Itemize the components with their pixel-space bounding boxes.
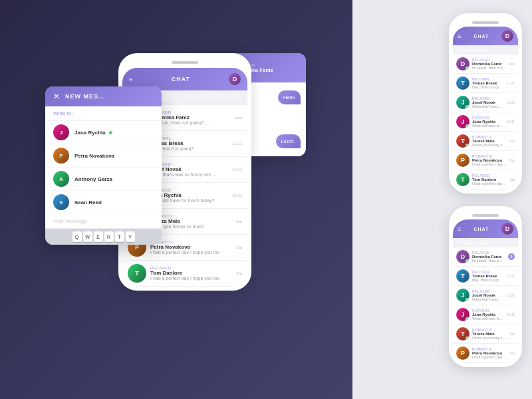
contact-avatar: S — [53, 194, 69, 210]
list-item[interactable]: D RELAXED Dominika Faniz Hi Jakub, How i… — [453, 247, 518, 267]
message-bubble-sent: lunch. — [276, 134, 301, 148]
avatar: T — [456, 76, 469, 90]
online-indicator — [466, 317, 469, 321]
message-time: 10:31 — [506, 313, 515, 317]
chat-info: ROMANTIC Tereza Mala I miss you honey so… — [150, 214, 232, 229]
online-indicator — [466, 124, 469, 128]
avatar: J — [456, 308, 469, 321]
list-item[interactable]: T RELAXED Tom Danlore I had a perfect da… — [122, 261, 247, 287]
list-item[interactable]: T ROMANTIC Tereza Mala I miss you honey … — [453, 132, 518, 151]
contact-name: Petra Novakova — [150, 244, 232, 250]
message-time: Sat — [236, 271, 242, 275]
message-preview: I miss you honey so much — [150, 224, 232, 229]
contact-avatar: A — [53, 171, 69, 187]
message-preview: Haha that's was so funny lore ... — [472, 297, 503, 301]
contact-name: Tereza Mala — [150, 218, 232, 224]
avatar-initial: P — [456, 346, 469, 360]
contact-name: Jozef Novak — [150, 166, 228, 172]
key-e[interactable]: E — [94, 231, 103, 242]
online-indicator — [466, 298, 469, 302]
message-time: 10:31 — [506, 120, 515, 124]
message-preview: What did have for lunch today? — [472, 317, 503, 321]
list-item[interactable]: P ROMANTIC Petra Novakova I had a perfec… — [453, 344, 518, 363]
avatar: J — [456, 289, 469, 302]
message-preview: Hi Jakub, How is it going? ... — [150, 120, 231, 125]
avatar: D — [456, 250, 469, 263]
list-item[interactable]: J CURIOUS Jana Rychla What did have for … — [453, 112, 518, 132]
new-message-button[interactable]: ✎ New message — [456, 47, 515, 53]
contact-name: Tomas Break — [150, 140, 228, 146]
phone-screen: ≡ CHAT D ✎ New message D RELAXED Dominik… — [453, 27, 518, 190]
list-item[interactable]: J CURIOUS Jana Rychla What did have for … — [453, 305, 518, 325]
phone-speaker — [172, 61, 198, 64]
avatar: T — [456, 134, 469, 148]
message-preview: I miss you honey so much — [472, 143, 507, 147]
list-item[interactable]: P ROMANTIC Petra Novakova I had a perfec… — [453, 151, 518, 170]
chat-info: RELAXED Jozef Novak Haha that's was so f… — [472, 289, 503, 301]
list-item[interactable]: T NEUTRAL Tomas Break Hey, How it is goi… — [453, 74, 518, 93]
online-indicator — [466, 105, 469, 109]
new-message-label: New message — [465, 241, 488, 245]
new-message-button[interactable]: ✎ New message — [456, 239, 515, 246]
chat-info: NEUTRAL Tomas Break Hey, How it is going… — [472, 77, 503, 89]
chat-info: ROMANTIC Tereza Mala I miss you honey so… — [472, 328, 507, 340]
chat-info: RELAXED Dominika Faniz Hi Jakub, How is … — [150, 110, 231, 125]
contact-name: Anthony Garza — [74, 176, 112, 182]
avatar-initial: S — [53, 194, 69, 210]
list-item[interactable]: D RELAXED Dominika Faniz Hi Jakub, How i… — [453, 55, 518, 74]
message-time: 11:21 — [506, 293, 515, 297]
new-message-label: New message — [465, 48, 488, 52]
message-time: now — [509, 62, 515, 66]
list-item[interactable]: T NEUTRAL Tomas Break Hey, How it is goi… — [453, 267, 518, 286]
message-preview: Hi Jakub, How is it going? ... — [472, 66, 506, 70]
key-r[interactable]: R — [104, 231, 114, 242]
chat-info: NEUTRAL Tomas Break Hey, How it is going… — [150, 136, 228, 151]
contact-avatar: P — [53, 148, 69, 164]
contact-item[interactable]: A Anthony Garza — [45, 168, 162, 191]
message-preview: Hey, How it is going? — [150, 146, 228, 151]
avatar: T — [456, 173, 469, 186]
contact-item[interactable]: P Petra Novakova — [45, 144, 162, 168]
key-q[interactable]: Q — [72, 231, 82, 242]
chat-list: D RELAXED Dominika Faniz Hi Jakub, How i… — [453, 55, 518, 190]
online-indicator — [466, 66, 469, 70]
contact-name: Sean Reed — [74, 200, 102, 205]
chat-info: ROMANTIC Petra Novakova I had a perfect … — [472, 347, 507, 359]
chat-list: D RELAXED Dominika Faniz Hi Jakub, How i… — [453, 247, 518, 363]
chat-title: CHAT — [462, 227, 501, 231]
message-time: 10:31 — [232, 194, 242, 198]
close-button[interactable]: ✕ — [53, 92, 60, 101]
list-item[interactable]: T ROMANTIC Tereza Mala I miss you honey … — [453, 325, 518, 344]
key-w[interactable]: W — [83, 231, 92, 242]
avatar-initial: P — [456, 154, 469, 167]
message-time: 11:21 — [506, 100, 515, 104]
message-time: Sat — [509, 178, 515, 182]
chat-info: RELAXED Tom Danlore I had a perfect day … — [150, 266, 232, 281]
chat-info: CURIOUS Jana Rychla What did have for lu… — [472, 309, 503, 321]
avatar: P — [456, 154, 469, 167]
message-time: 11:21 — [506, 274, 515, 278]
list-item[interactable]: J RELAXED Jozef Novak Haha that's was so… — [453, 286, 518, 305]
contact-item[interactable]: S Sean Reed — [45, 191, 162, 214]
message-input[interactable]: Your message — [45, 214, 162, 229]
contact-name: Petra Novakova — [74, 153, 114, 159]
write-to-label: Write to: — [45, 106, 162, 121]
list-item[interactable]: T RELAXED Tom Danlore I had a perfect da… — [453, 170, 518, 190]
phone-screen: ≡ CHAT D ✎ New message D RELAXED Dominik… — [453, 219, 518, 363]
list-item[interactable]: J RELAXED Jozef Novak Haha that's was so… — [453, 93, 518, 112]
avatar: P — [456, 346, 469, 360]
online-indicator — [466, 259, 469, 263]
phone-speaker — [472, 21, 499, 24]
key-t[interactable]: T — [115, 231, 124, 242]
message-time: Sat — [236, 219, 242, 223]
contact-item[interactable]: J Jana Rychla — [45, 121, 162, 144]
message-time: Sat — [509, 351, 515, 355]
overlay-header: ✕ NEW MES... — [45, 86, 162, 106]
avatar: T — [456, 327, 469, 340]
contact-name: Jana Rychla — [74, 130, 112, 136]
avatar-initial: A — [53, 171, 69, 187]
key-y[interactable]: Y — [126, 231, 135, 242]
message-preview: Hey, How it is going? — [472, 85, 503, 89]
avatar: J — [456, 96, 469, 109]
chat-info: RELAXED Dominika Faniz Hi Jakub, How is … — [472, 58, 506, 70]
